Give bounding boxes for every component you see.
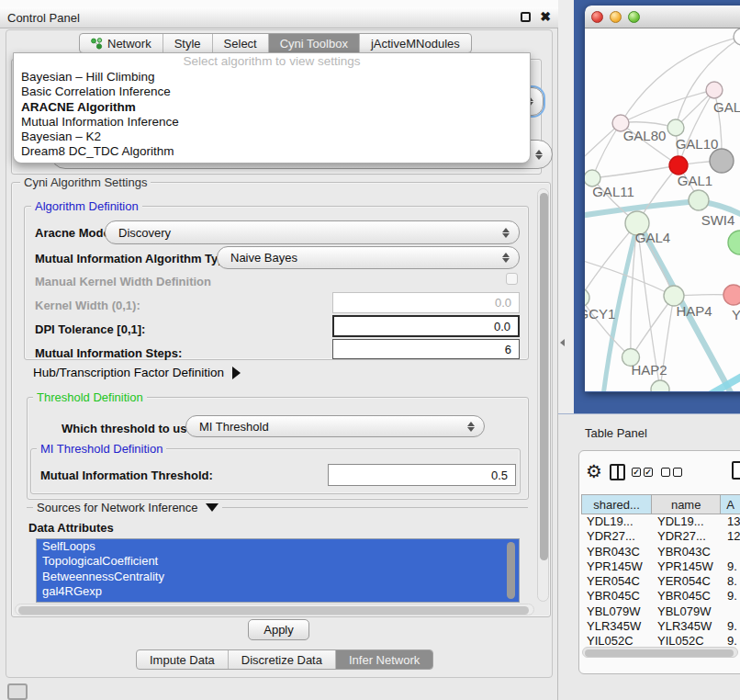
table-cell[interactable]: YLR345W — [652, 619, 722, 634]
data-attribute-item[interactable]: TopologicalCoefficient — [37, 554, 519, 569]
network-window-titlebar[interactable] — [585, 6, 740, 28]
network-canvas[interactable]: GALGAL80GAL10GAL1GAL11SWI4GAL4GCY1HAP4YH… — [585, 28, 740, 391]
tab-jactivemnodules[interactable]: jActiveMNodules — [360, 34, 471, 52]
table-cell[interactable]: YDR27... — [581, 529, 652, 544]
network-node[interactable] — [651, 380, 669, 391]
table-cell[interactable]: 9. — [722, 589, 740, 604]
settings-hscroll-thumb[interactable] — [18, 606, 529, 615]
data-attribute-item[interactable]: gal4RGexp — [37, 584, 519, 599]
table-cell[interactable]: YLR345W — [581, 619, 652, 634]
float-window-icon[interactable] — [521, 12, 531, 22]
control-panel-titlebar[interactable]: Control Panel ✖ — [0, 7, 558, 28]
table-cell[interactable]: 9. — [722, 559, 740, 574]
close-icon[interactable]: ✖ — [540, 9, 551, 24]
network-edge[interactable] — [592, 123, 621, 178]
collapse-down-icon[interactable] — [206, 503, 219, 512]
table-row[interactable]: YBR043CYBR043C — [581, 545, 740, 559]
tab-style[interactable]: Style — [163, 34, 213, 52]
attr-list-scrollbar[interactable] — [507, 542, 515, 599]
network-view-window[interactable]: GALGAL80GAL10GAL1GAL11SWI4GAL4GCY1HAP4YH… — [585, 6, 740, 392]
table-horizontal-scrollbar[interactable] — [582, 647, 738, 658]
table-cell[interactable]: 9. — [722, 619, 740, 634]
node-table[interactable]: shared... name A YDL19...YDL19...13YDR27… — [581, 494, 740, 649]
apply-button[interactable]: Apply — [248, 619, 309, 640]
sources-toggle[interactable]: Sources for Network Inference — [33, 501, 222, 514]
settings-horizontal-scrollbar[interactable] — [15, 604, 534, 615]
table-row[interactable]: YBL079WYBL079W — [581, 604, 740, 619]
tab-network[interactable]: Network — [80, 34, 163, 52]
table-row[interactable]: YLR345WYLR345W9. — [581, 619, 740, 634]
table-cell[interactable]: 13 — [722, 514, 740, 529]
table-cell[interactable]: YDL19... — [581, 514, 652, 529]
popup-algorithm-item[interactable]: Basic Correlation Inference — [14, 85, 530, 99]
network-node[interactable] — [710, 149, 734, 173]
popup-algorithm-item[interactable]: Bayesian – Hill Climbing — [14, 70, 530, 85]
document-icon[interactable] — [732, 461, 740, 480]
expand-right-icon[interactable] — [232, 367, 241, 379]
table-row[interactable]: YDR27...YDR27...12 — [581, 529, 740, 544]
zoom-traffic-light-icon[interactable] — [628, 11, 640, 23]
table-row[interactable]: YPR145WYPR145W9. — [581, 559, 740, 574]
deselect-all-icon[interactable] — [661, 468, 682, 477]
popup-algorithm-item[interactable]: ARACNE Algorithm — [14, 100, 530, 115]
tab-impute-data[interactable]: Impute Data — [137, 650, 229, 669]
hub-definition-toggle[interactable]: Hub/Transcription Factor Definition — [33, 366, 241, 379]
table-row[interactable]: YER054CYER054C8. — [581, 574, 740, 589]
which-threshold-combo[interactable]: MI Threshold — [185, 415, 485, 437]
column-header-partial[interactable]: A — [721, 495, 740, 514]
columns-icon[interactable] — [610, 464, 625, 480]
mi-threshold-field[interactable]: 0.5 — [328, 464, 516, 486]
table-row[interactable]: YBR045CYBR045C9. — [581, 589, 740, 604]
table-cell[interactable]: YBR045C — [652, 589, 722, 604]
tab-select[interactable]: Select — [213, 34, 269, 52]
table-cell[interactable]: YBL079W — [581, 604, 652, 619]
collapsed-panel-icon[interactable] — [7, 683, 28, 700]
network-node[interactable] — [706, 82, 723, 98]
table-cell[interactable]: YBR045C — [581, 589, 652, 604]
table-cell[interactable]: YBL079W — [652, 604, 722, 619]
network-edge[interactable] — [592, 165, 678, 178]
network-node[interactable] — [585, 288, 589, 307]
table-hscroll-thumb[interactable] — [585, 649, 734, 657]
table-cell[interactable]: YBR043C — [581, 545, 652, 559]
minimize-traffic-light-icon[interactable] — [610, 11, 622, 23]
network-node[interactable] — [728, 231, 740, 254]
table-row[interactable]: YDL19...YDL19...13 — [581, 514, 740, 529]
popup-algorithm-item[interactable]: Dream8 DC_TDC Algorithm — [14, 144, 530, 159]
table-cell[interactable]: 8. — [722, 574, 740, 589]
aracne-mode-combo[interactable]: Discovery — [105, 220, 520, 244]
network-edge[interactable] — [631, 296, 674, 357]
column-header-shared-name[interactable]: shared... — [582, 495, 652, 514]
network-node[interactable] — [689, 190, 709, 210]
mi-steps-field[interactable]: 6 — [332, 339, 520, 359]
gear-icon[interactable]: ⚙ — [586, 462, 602, 480]
settings-vscroll-thumb[interactable] — [540, 193, 548, 560]
kernel-width-field[interactable]: 0.0 — [332, 292, 520, 313]
popup-algorithm-item[interactable]: Mutual Information Inference — [14, 115, 530, 130]
settings-vertical-scrollbar[interactable] — [537, 188, 549, 602]
tab-discretize-data[interactable]: Discretize Data — [229, 650, 336, 669]
table-cell[interactable]: YPR145W — [581, 559, 652, 574]
data-attribute-item[interactable]: BetweennessCentrality — [37, 570, 519, 584]
select-all-icon[interactable]: ✓ ✓ — [632, 468, 653, 477]
close-traffic-light-icon[interactable] — [591, 11, 603, 23]
table-cell[interactable]: 12 — [722, 529, 740, 544]
divider-grip-icon[interactable] — [560, 339, 565, 346]
table-cell[interactable] — [722, 545, 740, 559]
table-cell[interactable] — [722, 604, 740, 619]
data-attribute-item[interactable]: SelfLoops — [37, 539, 519, 554]
network-edge[interactable] — [621, 90, 714, 123]
tab-infer-network[interactable]: Infer Network — [336, 650, 432, 669]
network-node[interactable] — [723, 285, 740, 305]
network-node[interactable] — [669, 156, 688, 175]
table-cell[interactable]: YER054C — [652, 574, 722, 589]
table-cell[interactable]: YPR145W — [652, 559, 722, 574]
table-cell[interactable]: YER054C — [581, 574, 652, 589]
manual-kernel-checkbox[interactable] — [506, 273, 518, 285]
column-header-name[interactable]: name — [652, 495, 721, 514]
tab-cyni-toolbox[interactable]: Cyni Toolbox — [269, 34, 360, 52]
network-graph[interactable]: GALGAL80GAL10GAL1GAL11SWI4GAL4GCY1HAP4YH… — [585, 28, 740, 391]
popup-algorithm-item[interactable]: Bayesian – K2 — [14, 130, 530, 144]
table-cell[interactable]: YDR27... — [652, 529, 722, 544]
data-attributes-list[interactable]: SelfLoopsTopologicalCoefficientBetweenne… — [36, 538, 520, 603]
